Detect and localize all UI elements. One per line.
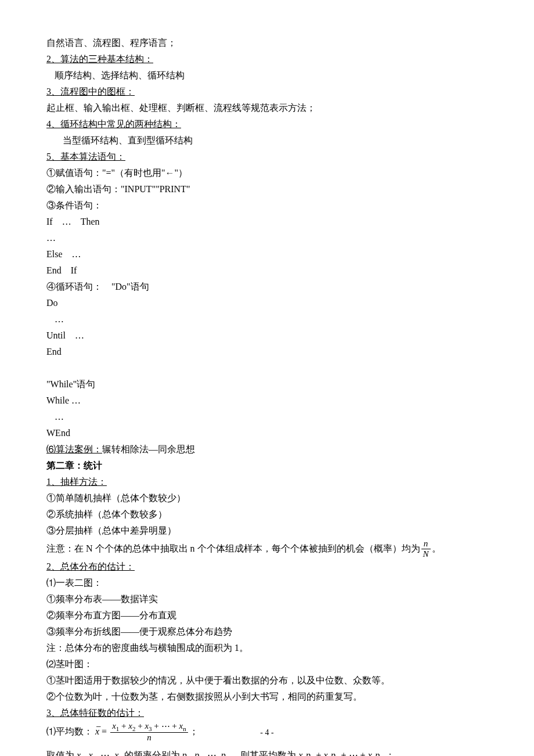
text-line: ③分层抽样（总体中差异明显） — [46, 523, 488, 539]
code-line: If … Then — [46, 214, 488, 230]
text-line: ①茎叶图适用于数据较少的情况，从中便于看出数据的分布，以及中位数、众数等。 — [46, 672, 488, 689]
math-inline: p1, p2, ⋯, pn — [182, 750, 232, 756]
text-line: ②个位数为叶，十位数为茎，右侧数据按照从小到大书写，相同的药重复写。 — [46, 689, 488, 705]
code-line: … — [46, 409, 488, 425]
inline-text: 注意：在 N 个个体的总体中抽取出 n 个个体组成样本，每个个体被抽到的机会（概… — [46, 541, 420, 557]
document-body: 自然语言、流程图、程序语言； 2、算法的三种基本结构： 顺序结构、选择结构、循环… — [46, 35, 488, 756]
inline-text: ，则其平均数为 — [231, 750, 296, 756]
text-line: ②系统抽样（总体个数较多） — [46, 506, 488, 523]
math-inline: x1, x2, ⋯, xn — [77, 750, 124, 756]
text-line: ③频率分布折线图——便于观察总体分布趋势 — [46, 624, 488, 640]
text-line: 自然语言、流程图、程序语言； — [46, 35, 488, 51]
chapter-heading: 第二章：统计 — [46, 458, 488, 474]
code-line: End — [46, 344, 488, 360]
text-line: ①赋值语句："="（有时也用"←"） — [46, 165, 488, 181]
code-line: Else … — [46, 246, 488, 262]
text-line: ⑵茎叶图： — [46, 656, 488, 672]
text-line: ①频率分布表——数据详实 — [46, 591, 488, 607]
blank-line — [46, 360, 488, 376]
code-line: … — [46, 230, 488, 246]
formula-line: 注意：在 N 个个体的总体中抽取出 n 个个体组成样本，每个个体被抽到的机会（概… — [46, 539, 488, 559]
text-line: ④循环语句： "Do"语句 — [46, 279, 488, 295]
code-line: … — [46, 311, 488, 327]
heading-line: 5、基本算法语句： — [46, 149, 488, 165]
fraction: n N — [421, 539, 431, 559]
heading-line: 4、循环结构中常见的两种结构： — [46, 116, 488, 132]
code-line: Do — [46, 295, 488, 311]
fraction-numerator: n — [421, 539, 431, 549]
text-line: 起止框、输入输出框、处理框、判断框、流程线等规范表示方法； — [46, 100, 488, 116]
heading-line: 2、总体分布的估计： — [46, 559, 488, 575]
heading-line: 1、抽样方法： — [46, 474, 488, 490]
math-inline: x1p1 + x2p2 + ⋯ + xnpn — [298, 750, 385, 756]
inline-text: 取值为 — [46, 750, 74, 756]
inline-text: ； — [385, 750, 395, 756]
text-line: 顺序结构、选择结构、循环结构 — [46, 67, 488, 84]
formula-line: 取值为 x1, x2, ⋯, xn 的频率分别为 p1, p2, ⋯, pn ，… — [46, 747, 488, 756]
page-number: - 4 - — [0, 726, 534, 740]
inline-text: 。 — [432, 541, 441, 557]
heading-line: 3、总体特征数的估计： — [46, 705, 488, 721]
text-line: ③条件语句： — [46, 197, 488, 214]
text-line: ⑹算法案例：辗转相除法—同余思想 — [46, 441, 488, 458]
text-line: "While"语句 — [46, 376, 488, 393]
text-line: ⑴一表二图： — [46, 575, 488, 591]
heading-line: 3、流程图中的图框： — [46, 84, 488, 100]
code-line: While … — [46, 393, 488, 409]
code-line: WEnd — [46, 425, 488, 441]
text-line: ②输入输出语句："INPUT""PRINT" — [46, 181, 488, 197]
code-line: End If — [46, 262, 488, 279]
inline-underline: ⑹算法案例： — [46, 444, 102, 454]
text-line: ①简单随机抽样（总体个数较少） — [46, 490, 488, 506]
inline-text: 辗转相除法—同余思想 — [102, 444, 195, 454]
text-line: 注：总体分布的密度曲线与横轴围成的面积为 1。 — [46, 640, 488, 656]
heading-line: 2、算法的三种基本结构： — [46, 51, 488, 67]
inline-text: 的频率分别为 — [124, 750, 180, 756]
text-line: 当型循环结构、直到型循环结构 — [46, 132, 488, 149]
code-line: Until … — [46, 327, 488, 344]
fraction-denominator: N — [421, 549, 431, 559]
text-line: ②频率分布直方图——分布直观 — [46, 607, 488, 624]
